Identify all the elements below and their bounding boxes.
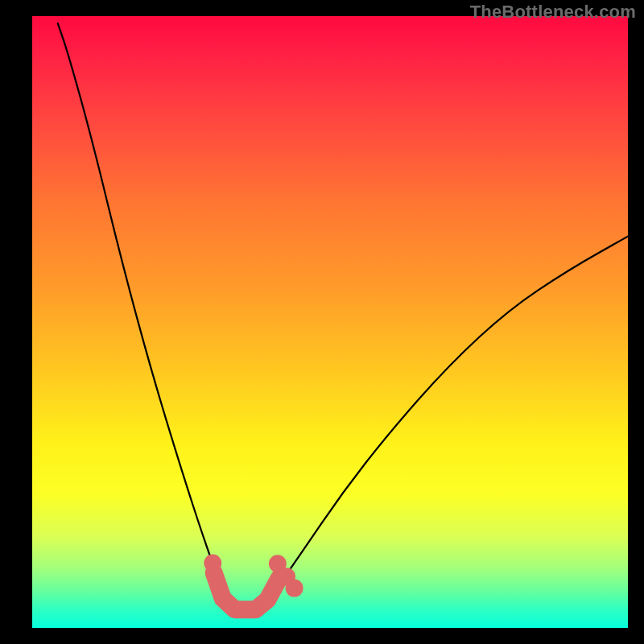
overlay-svg (32, 16, 628, 628)
highlight-dot (204, 554, 221, 572)
bottleneck-curve (58, 23, 628, 614)
plot-area (32, 16, 628, 628)
highlight-dot (286, 580, 303, 597)
highlight-u (214, 573, 279, 610)
chart-root: TheBottleneck.com (0, 0, 644, 644)
watermark-text: TheBottleneck.com (470, 2, 636, 23)
